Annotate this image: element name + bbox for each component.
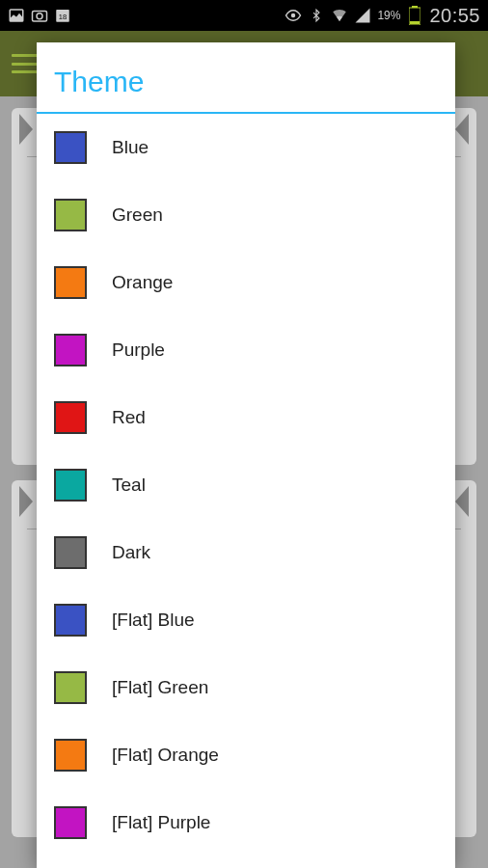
svg-text:18: 18	[59, 13, 67, 21]
status-left-icons: 18	[8, 7, 71, 24]
theme-option[interactable]: Dark	[37, 519, 455, 586]
theme-option[interactable]: Blue	[37, 114, 455, 181]
bluetooth-icon	[308, 7, 325, 24]
color-swatch	[54, 536, 87, 569]
color-swatch	[54, 334, 87, 366]
theme-option-label: Orange	[112, 272, 173, 293]
theme-option-label: Teal	[112, 475, 146, 496]
svg-rect-8	[410, 21, 420, 24]
dialog-header: Theme	[37, 42, 455, 114]
color-swatch	[54, 401, 87, 434]
color-swatch	[54, 199, 87, 231]
theme-option[interactable]: Red	[37, 384, 455, 451]
theme-option-label: [Flat] Orange	[112, 745, 219, 766]
color-swatch	[54, 131, 87, 164]
status-right-icons: 19% 20:55	[285, 5, 480, 27]
signal-icon	[354, 7, 371, 24]
battery-percentage: 19%	[377, 9, 400, 22]
eye-icon	[285, 7, 302, 24]
theme-option-label: [Flat] Green	[112, 677, 208, 698]
theme-option-label: [Flat] Purple	[112, 812, 210, 833]
wifi-icon	[331, 7, 348, 24]
theme-option[interactable]: Purple	[37, 316, 455, 384]
theme-option-label: [Flat] Blue	[112, 610, 195, 631]
theme-option-label: Purple	[112, 339, 165, 361]
theme-option[interactable]: Green	[37, 181, 455, 249]
color-swatch	[54, 739, 87, 772]
battery-icon	[406, 7, 423, 24]
theme-option-label: Red	[112, 407, 146, 428]
clock: 20:55	[429, 5, 480, 27]
theme-option-label: Dark	[112, 542, 150, 563]
camera-icon	[31, 7, 48, 24]
theme-option[interactable]: [Flat] Blue	[37, 586, 455, 654]
theme-option[interactable]: [Flat] Purple	[37, 789, 455, 856]
theme-option-label: Blue	[112, 137, 149, 158]
color-swatch	[54, 806, 87, 839]
calendar-icon: 18	[54, 7, 71, 24]
color-swatch	[54, 469, 87, 502]
theme-option[interactable]: [Flat] Orange	[37, 721, 455, 789]
color-swatch	[54, 671, 87, 704]
status-bar: 18 19% 20:55	[0, 0, 488, 31]
theme-option-label: Green	[112, 204, 163, 226]
theme-dialog: Theme BlueGreenOrangePurpleRedTealDark[F…	[37, 42, 455, 868]
dialog-title: Theme	[54, 66, 438, 98]
theme-option[interactable]: [Flat] Green	[37, 654, 455, 721]
theme-list[interactable]: BlueGreenOrangePurpleRedTealDark[Flat] B…	[37, 114, 455, 868]
svg-point-5	[291, 14, 296, 18]
color-swatch	[54, 266, 87, 299]
svg-point-2	[37, 14, 42, 19]
color-swatch	[54, 604, 87, 637]
theme-option[interactable]: Teal	[37, 451, 455, 519]
gallery-icon	[8, 7, 25, 24]
theme-option[interactable]: Orange	[37, 249, 455, 316]
